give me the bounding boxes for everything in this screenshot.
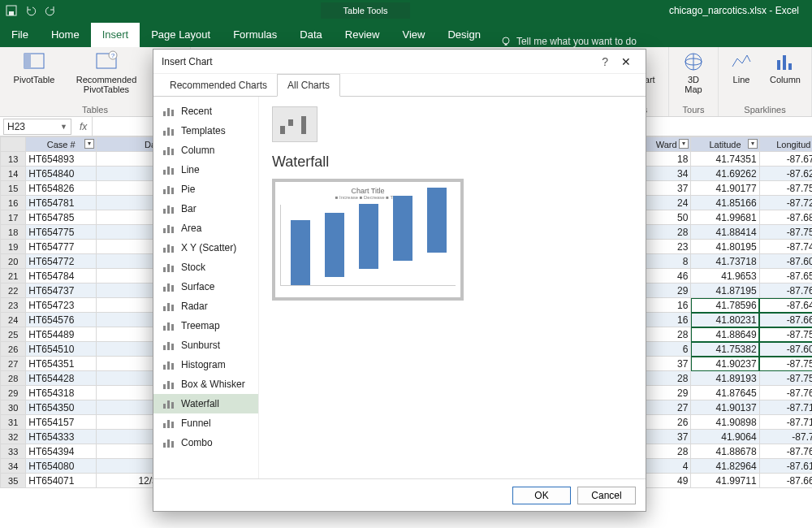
sparkline-line-button[interactable]: Line xyxy=(725,50,758,84)
cell[interactable]: 28 xyxy=(642,371,691,386)
dialog-tab-recommended[interactable]: Recommended Charts xyxy=(160,75,277,96)
cell[interactable]: 28 xyxy=(642,444,691,459)
row-header[interactable]: 16 xyxy=(1,196,26,210)
cell[interactable]: 41.69262 xyxy=(691,167,759,181)
tab-review[interactable]: Review xyxy=(334,23,391,47)
cell[interactable]: 29 xyxy=(642,386,691,400)
cell[interactable]: 28 xyxy=(642,327,691,342)
cell[interactable]: HT654351 xyxy=(26,357,97,371)
cell[interactable]: HT654772 xyxy=(26,254,97,269)
chart-subtype-waterfall[interactable] xyxy=(272,106,317,142)
cell[interactable]: 16 xyxy=(642,298,691,313)
cell[interactable]: 41.9653 xyxy=(691,269,759,283)
cell[interactable]: 41.90177 xyxy=(691,181,759,196)
chart-category-radar[interactable]: Radar xyxy=(153,296,258,316)
filter-icon[interactable]: ▾ xyxy=(679,139,689,149)
chart-category-pie[interactable]: Pie xyxy=(153,180,258,199)
cell[interactable]: -87.7169 xyxy=(759,415,812,430)
cell[interactable]: 41.85166 xyxy=(691,196,759,210)
cell[interactable]: 41.82964 xyxy=(691,459,759,474)
row-header[interactable]: 14 xyxy=(1,167,26,181)
cell[interactable]: HT654785 xyxy=(26,210,97,225)
cell[interactable]: -87.7176 xyxy=(759,400,812,415)
cell[interactable]: 34 xyxy=(642,167,691,181)
name-box[interactable]: H23 ▼ xyxy=(3,119,71,135)
row-header[interactable]: 28 xyxy=(1,371,26,386)
cell[interactable]: 37 xyxy=(642,181,691,196)
redo-icon[interactable] xyxy=(44,4,57,17)
cell[interactable]: 41.99711 xyxy=(691,474,759,488)
cell[interactable]: 23 xyxy=(642,240,691,254)
cell[interactable]: 41.75382 xyxy=(691,342,759,357)
chevron-down-icon[interactable]: ▼ xyxy=(60,123,67,131)
cell[interactable]: -87.756 xyxy=(759,430,812,444)
cell[interactable]: HT654489 xyxy=(26,327,97,342)
row-header[interactable]: 21 xyxy=(1,269,26,283)
fx-icon[interactable]: fx xyxy=(75,121,92,132)
chart-category-box-whisker[interactable]: Box & Whisker xyxy=(153,374,258,394)
cell[interactable]: HT654071 xyxy=(26,474,97,488)
column-header[interactable]: Longitud▾ xyxy=(759,137,812,152)
cell[interactable]: -87.6296 xyxy=(759,167,812,181)
tab-design[interactable]: Design xyxy=(436,23,491,47)
cell[interactable]: -87.7635 xyxy=(759,283,812,298)
row-header[interactable]: 29 xyxy=(1,386,26,400)
column-header[interactable]: Latitude▾ xyxy=(691,137,759,152)
cell[interactable]: HT654781 xyxy=(26,196,97,210)
cell[interactable]: 41.74351 xyxy=(691,152,759,167)
cell[interactable]: 8 xyxy=(642,254,691,269)
cell[interactable]: 41.88414 xyxy=(691,225,759,240)
column-header[interactable]: Case #▾ xyxy=(26,137,97,152)
filter-icon[interactable]: ▾ xyxy=(84,139,94,149)
cell[interactable]: HT654777 xyxy=(26,240,97,254)
cell[interactable]: -87.7242 xyxy=(759,196,812,210)
cell[interactable]: -87.6707 xyxy=(759,152,812,167)
chart-category-line[interactable]: Line xyxy=(153,160,258,180)
cell[interactable]: HT654157 xyxy=(26,415,97,430)
cell[interactable]: 24 xyxy=(642,196,691,210)
cell[interactable]: HT654428 xyxy=(26,371,97,386)
cell[interactable]: HT654737 xyxy=(26,283,97,298)
ok-button[interactable]: OK xyxy=(512,487,571,504)
chart-category-area[interactable]: Area xyxy=(153,219,258,238)
row-header[interactable]: 15 xyxy=(1,181,26,196)
cell[interactable]: 18 xyxy=(642,152,691,167)
chart-category-surface[interactable]: Surface xyxy=(153,277,258,296)
cell[interactable]: 41.88649 xyxy=(691,327,759,342)
chart-category-bar[interactable]: Bar xyxy=(153,199,258,219)
cell[interactable]: 37 xyxy=(642,357,691,371)
chart-category-x-y-scatter-[interactable]: X Y (Scatter) xyxy=(153,238,258,258)
row-header[interactable]: 23 xyxy=(1,298,26,313)
cell[interactable]: -87.7581 xyxy=(759,357,812,371)
cell[interactable]: 16 xyxy=(642,313,691,327)
row-header[interactable]: 33 xyxy=(1,444,26,459)
row-header[interactable]: 25 xyxy=(1,327,26,342)
cell[interactable]: -87.6603 xyxy=(759,474,812,488)
row-header[interactable]: 32 xyxy=(1,430,26,444)
cell[interactable]: 4 xyxy=(642,459,691,474)
cell[interactable]: -87.7594 xyxy=(759,181,812,196)
cell[interactable]: 41.90137 xyxy=(691,400,759,415)
row-header[interactable]: 27 xyxy=(1,357,26,371)
cell[interactable]: 41.80231 xyxy=(691,313,759,327)
row-header[interactable]: 35 xyxy=(1,474,26,488)
close-icon[interactable]: ✕ xyxy=(615,55,637,68)
pivottable-button[interactable]: PivotTable xyxy=(6,50,62,94)
tab-file[interactable]: File xyxy=(0,23,40,47)
chart-category-templates[interactable]: Templates xyxy=(153,121,258,141)
row-header[interactable]: 24 xyxy=(1,313,26,327)
row-header[interactable]: 22 xyxy=(1,283,26,298)
tab-view[interactable]: View xyxy=(391,23,436,47)
cell[interactable]: 41.90237 xyxy=(691,357,759,371)
cell[interactable]: -87.6567 xyxy=(759,269,812,283)
cell[interactable]: 49 xyxy=(642,474,691,488)
cell[interactable]: -87.7554 xyxy=(759,225,812,240)
column-header[interactable]: Ward▾ xyxy=(642,137,691,152)
tab-page-layout[interactable]: Page Layout xyxy=(140,23,222,47)
cell[interactable]: -87.7628 xyxy=(759,386,812,400)
chart-preview[interactable]: Chart Title ■ Increase ■ Decrease ■ Tota… xyxy=(272,179,464,301)
cell[interactable]: -87.6888 xyxy=(759,210,812,225)
cell[interactable]: -87.7553 xyxy=(759,371,812,386)
cell[interactable]: HT654394 xyxy=(26,444,97,459)
tab-insert[interactable]: Insert xyxy=(91,23,140,47)
